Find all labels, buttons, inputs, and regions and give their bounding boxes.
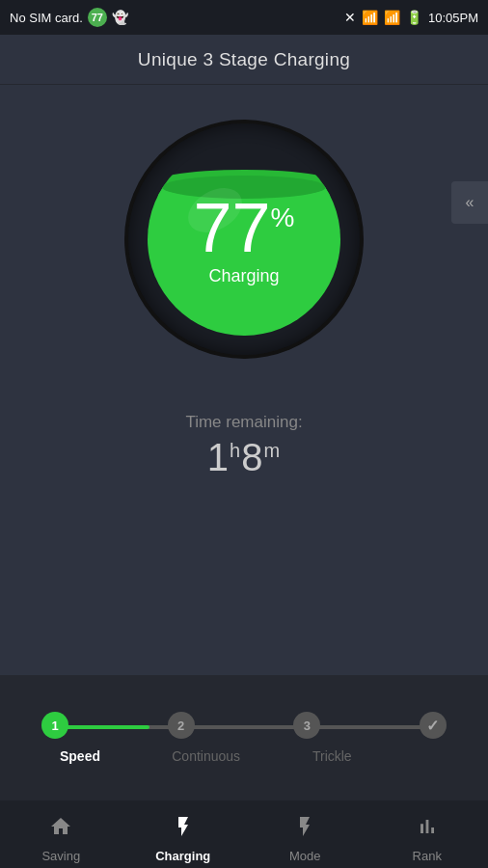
sim-status: No SIM card. <box>10 11 83 25</box>
battery-percentage-container: 77% Charging <box>194 193 295 286</box>
cellular-icon: 📶 <box>384 10 400 25</box>
title-bar: Unique 3 Stage Charging <box>0 35 488 85</box>
battery-status-label: Charging <box>208 266 279 286</box>
time-display: 10:05PM <box>428 11 478 25</box>
time-remaining-section: Time remaining: 1h8m <box>185 413 302 479</box>
stage-dots-row: 1 2 3 ✓ <box>41 712 447 739</box>
hours-unit: h <box>230 440 241 461</box>
nav-item-charging[interactable]: Charging <box>122 815 245 863</box>
stage-section: 1 2 3 ✓ Speed Continuous Trickle <box>0 675 488 800</box>
nav-label-rank: Rank <box>413 849 442 863</box>
stage-label-done <box>420 748 447 764</box>
minutes-unit: m <box>263 440 281 461</box>
rank-icon <box>416 815 439 844</box>
home-icon <box>49 815 72 844</box>
nav-label-saving: Saving <box>41 849 80 863</box>
battery-circle: 77% Charging <box>128 123 360 355</box>
nav-item-mode[interactable]: Mode <box>244 815 366 863</box>
collapse-button[interactable]: « <box>451 181 488 224</box>
charging-icon <box>172 815 195 844</box>
time-remaining-label: Time remaining: <box>185 413 302 432</box>
percent-sign: % <box>271 204 295 231</box>
nav-label-mode: Mode <box>289 849 321 863</box>
battery-icon: 🔋 <box>406 10 422 25</box>
stage-label-speed: Speed <box>41 748 119 764</box>
bottom-nav: Saving Charging Mode Rank <box>0 800 488 868</box>
ghost-icon: 👻 <box>112 10 128 25</box>
stage-labels-row: Speed Continuous Trickle <box>41 748 447 764</box>
app-badge: 77 <box>88 8 107 27</box>
hours-value: 1 <box>207 436 230 478</box>
stage-dot-3[interactable]: 3 <box>293 712 320 739</box>
battery-percentage-display: 77% <box>194 193 295 262</box>
stage-label-continuous: Continuous <box>168 748 245 764</box>
nav-item-rank[interactable]: Rank <box>366 815 489 863</box>
status-left: No SIM card. 77 👻 <box>10 8 128 27</box>
status-bar: No SIM card. 77 👻 ✕ 📶 📶 🔋 10:05PM <box>0 0 488 35</box>
stage-dot-2[interactable]: 2 <box>168 712 195 739</box>
stage-dot-check: ✓ <box>420 712 447 739</box>
wifi-icon: 📶 <box>362 10 378 25</box>
stage-dot-1[interactable]: 1 <box>41 712 68 739</box>
main-content: « 77% <box>0 85 488 675</box>
minutes-value: 8 <box>241 436 263 478</box>
battery-number: 77 <box>194 193 271 262</box>
nav-item-saving[interactable]: Saving <box>0 815 122 863</box>
mode-icon <box>293 815 316 844</box>
status-right: ✕ 📶 📶 🔋 10:05PM <box>344 10 478 25</box>
page-title: Unique 3 Stage Charging <box>138 49 350 70</box>
stage-label-trickle: Trickle <box>293 748 370 764</box>
time-remaining-value: 1h8m <box>207 436 281 479</box>
nav-label-charging: Charging <box>155 849 210 863</box>
signal-slash-icon: ✕ <box>344 10 356 25</box>
